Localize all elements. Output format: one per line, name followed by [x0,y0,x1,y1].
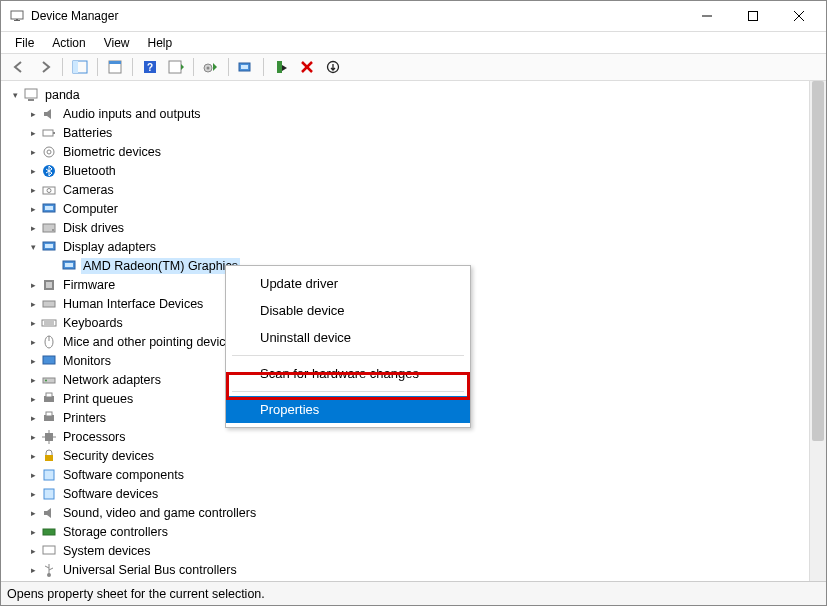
disk-icon [41,220,57,236]
context-menu-properties[interactable]: Properties [226,396,470,423]
display-adapter-icon [61,258,77,274]
expand-icon[interactable]: ▸ [27,469,39,481]
scan-hardware-button[interactable] [234,56,258,78]
svg-rect-32 [45,206,53,210]
svg-rect-47 [43,356,55,364]
expand-icon[interactable]: ▸ [27,127,39,139]
tree-category[interactable]: ▸Disk drives [3,218,809,237]
menu-help[interactable]: Help [140,34,181,52]
properties-button[interactable] [103,56,127,78]
tree-category[interactable]: ▸Cameras [3,180,809,199]
expand-icon[interactable]: ▸ [27,222,39,234]
network-icon [41,372,57,388]
expand-icon[interactable]: ▸ [27,203,39,215]
expand-icon[interactable]: ▸ [27,355,39,367]
maximize-button[interactable] [730,1,776,31]
window-title: Device Manager [31,9,118,23]
expand-icon[interactable]: ▸ [27,146,39,158]
tree-category[interactable]: ▸Security devices [3,446,809,465]
svg-rect-63 [43,546,55,554]
tree-category[interactable]: ▸Storage controllers [3,522,809,541]
software-component-icon [41,467,57,483]
statusbar: Opens property sheet for the current sel… [1,581,826,605]
display-adapter-icon [41,239,57,255]
scrollbar-thumb[interactable] [812,81,824,441]
tree-category[interactable]: ▸Biometric devices [3,142,809,161]
menu-view[interactable]: View [96,34,138,52]
tree-category[interactable]: ▸Sound, video and game controllers [3,503,809,522]
usb-icon [41,562,57,578]
tree-category[interactable]: ▸Bluetooth [3,161,809,180]
svg-rect-36 [45,244,53,248]
context-menu-scan-hardware[interactable]: Scan for hardware changes [226,360,470,387]
device-manager-window: Device Manager File Action View Help ? [0,0,827,606]
context-menu-disable-device[interactable]: Disable device [226,297,470,324]
tree-category[interactable]: ▸Computer [3,199,809,218]
show-hide-tree-button[interactable] [68,56,92,78]
expand-icon[interactable]: ▸ [27,279,39,291]
svg-rect-61 [44,489,54,499]
tree-root[interactable]: ▾ panda [3,85,809,104]
expand-icon[interactable]: ▸ [27,431,39,443]
tree-category[interactable]: ▸Universal Serial Bus controllers [3,560,809,579]
collapse-icon[interactable]: ▾ [27,241,39,253]
tree-category[interactable]: ▸Batteries [3,123,809,142]
expand-icon[interactable]: ▸ [27,184,39,196]
print-queue-icon [41,391,57,407]
svg-rect-60 [44,470,54,480]
expand-icon[interactable]: ▸ [27,336,39,348]
svg-rect-4 [749,12,758,21]
svg-rect-17 [241,65,248,69]
tree-category[interactable]: ▸Audio inputs and outputs [3,104,809,123]
uninstall-device-button[interactable] [295,56,319,78]
vertical-scrollbar[interactable] [809,81,826,581]
enable-device-button[interactable] [269,56,293,78]
expand-icon[interactable]: ▸ [27,526,39,538]
expand-icon[interactable]: ▸ [27,298,39,310]
expand-icon[interactable]: ▸ [27,412,39,424]
context-menu-uninstall-device[interactable]: Uninstall device [226,324,470,351]
svg-rect-40 [46,282,52,288]
expand-icon[interactable]: ▸ [27,545,39,557]
close-button[interactable] [776,1,822,31]
expand-icon[interactable]: ▸ [27,488,39,500]
expand-icon[interactable]: ▸ [27,393,39,405]
expand-icon[interactable]: ▸ [27,507,39,519]
expand-icon[interactable]: ▸ [27,450,39,462]
action-button[interactable] [164,56,188,78]
disable-device-button[interactable] [321,56,345,78]
help-button[interactable]: ? [138,56,162,78]
expand-icon[interactable]: ▸ [27,564,39,576]
tree-category[interactable]: ▸Software components [3,465,809,484]
tree-category-display-adapters[interactable]: ▾Display adapters [3,237,809,256]
sound-icon [41,505,57,521]
context-menu-separator [232,391,464,392]
expand-icon[interactable]: ▸ [27,317,39,329]
content-area: ▾ panda ▸Audio inputs and outputs ▸Batte… [1,81,826,581]
context-menu-update-driver[interactable]: Update driver [226,270,470,297]
minimize-button[interactable] [684,1,730,31]
bluetooth-icon [41,163,57,179]
biometric-icon [41,144,57,160]
titlebar: Device Manager [1,1,826,31]
expand-icon[interactable]: ▸ [27,374,39,386]
menu-action[interactable]: Action [44,34,93,52]
svg-point-30 [47,188,51,192]
expand-icon[interactable]: ▸ [27,108,39,120]
firmware-icon [41,277,57,293]
back-button[interactable] [7,56,31,78]
menu-file[interactable]: File [7,34,42,52]
forward-button[interactable] [33,56,57,78]
hid-icon [41,296,57,312]
tree-category[interactable]: ▸Software devices [3,484,809,503]
expand-icon[interactable]: ▸ [27,165,39,177]
tree-category[interactable]: ▸Processors [3,427,809,446]
svg-point-26 [44,147,54,157]
svg-rect-54 [45,433,53,441]
update-driver-button[interactable] [199,56,223,78]
audio-icon [41,106,57,122]
tree-category[interactable]: ▸System devices [3,541,809,560]
svg-rect-24 [43,130,53,136]
collapse-icon[interactable]: ▾ [9,89,21,101]
svg-rect-38 [65,263,73,267]
